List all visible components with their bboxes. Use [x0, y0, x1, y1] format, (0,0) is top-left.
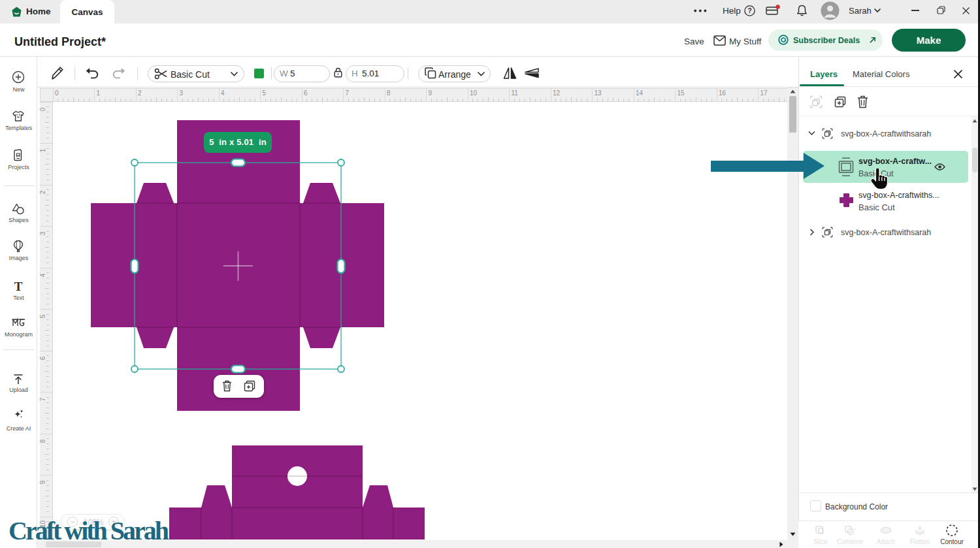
svg-text:?: ? [747, 7, 751, 14]
svg-text:T: T [14, 280, 23, 293]
